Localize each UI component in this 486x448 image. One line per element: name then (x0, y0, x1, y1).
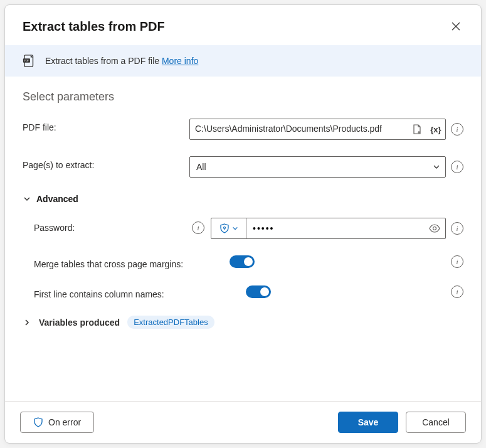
param-row-password: Password: i i (23, 218, 463, 239)
password-field (211, 218, 446, 239)
eye-icon (429, 223, 440, 234)
shield-outline-icon (33, 417, 43, 427)
section-title: Select parameters (23, 90, 463, 104)
dialog-body: Select parameters PDF file: C:\Users\Adm… (5, 77, 481, 401)
merge-toggle[interactable] (230, 255, 255, 268)
pdf-file-value: C:\Users\Administrator\Documents\Product… (190, 119, 408, 139)
variables-label[interactable]: Variables produced (39, 317, 120, 328)
info-banner: PDF Extract tables from a PDF file More … (5, 45, 481, 77)
firstline-toggle[interactable] (246, 285, 271, 298)
reveal-password-button[interactable] (424, 218, 445, 238)
param-row-firstline: First line contains column names: i (23, 285, 463, 299)
more-info-link[interactable]: More info (162, 56, 198, 66)
close-button[interactable] (446, 16, 466, 36)
close-icon (452, 22, 460, 31)
pages-select[interactable]: All (189, 156, 446, 178)
svg-text:PDF: PDF (24, 59, 29, 62)
dialog: Extract tables from PDF PDF Extract tabl… (4, 4, 482, 444)
password-label: Password: (34, 223, 75, 233)
advanced-label: Advanced (36, 194, 78, 204)
dialog-header: Extract tables from PDF (5, 5, 481, 45)
chevron-down-icon (232, 225, 238, 232)
dialog-footer: On error Save Cancel (5, 401, 481, 443)
pages-value: All (196, 162, 206, 172)
svg-point-4 (433, 227, 436, 230)
info-icon[interactable]: i (451, 161, 463, 173)
variables-produced-row: Variables produced ExtractedPDFTables (23, 316, 463, 329)
shield-icon (219, 223, 230, 233)
firstline-label: First line contains column names: (23, 285, 223, 299)
insert-variable-button[interactable]: {x} (426, 119, 445, 139)
dialog-title: Extract tables from PDF (23, 19, 165, 34)
chevron-down-icon (23, 195, 31, 203)
pdf-file-input[interactable]: C:\Users\Administrator\Documents\Product… (189, 119, 446, 140)
browse-file-button[interactable] (408, 119, 426, 139)
info-icon[interactable]: i (192, 221, 204, 234)
pages-label: Page(s) to extract: (23, 156, 183, 170)
info-icon[interactable]: i (451, 222, 463, 235)
cancel-button[interactable]: Cancel (406, 412, 466, 433)
variable-chip[interactable]: ExtractedPDFTables (127, 316, 214, 329)
chevron-right-icon[interactable] (23, 318, 31, 327)
on-error-label: On error (48, 417, 81, 427)
param-row-pdf-file: PDF file: C:\Users\Administrator\Documen… (23, 119, 463, 140)
svg-point-3 (223, 227, 225, 229)
password-input[interactable] (246, 218, 424, 238)
banner-text: Extract tables from a PDF file (45, 56, 159, 66)
file-picker-icon (412, 124, 422, 134)
info-icon[interactable]: i (451, 255, 463, 268)
merge-label: Merge tables that cross page margins: (23, 255, 223, 269)
password-mode-select[interactable] (211, 218, 246, 238)
chevron-down-icon (433, 163, 440, 171)
info-icon[interactable]: i (451, 123, 463, 136)
on-error-button[interactable]: On error (20, 412, 94, 433)
pdf-file-label: PDF file: (23, 119, 183, 132)
advanced-expander[interactable]: Advanced (23, 194, 463, 204)
info-icon[interactable]: i (451, 285, 463, 298)
save-button[interactable]: Save (338, 412, 398, 433)
param-row-pages: Page(s) to extract: All i (23, 156, 463, 178)
param-row-merge: Merge tables that cross page margins: i (23, 255, 463, 269)
pdf-icon: PDF (23, 54, 36, 68)
